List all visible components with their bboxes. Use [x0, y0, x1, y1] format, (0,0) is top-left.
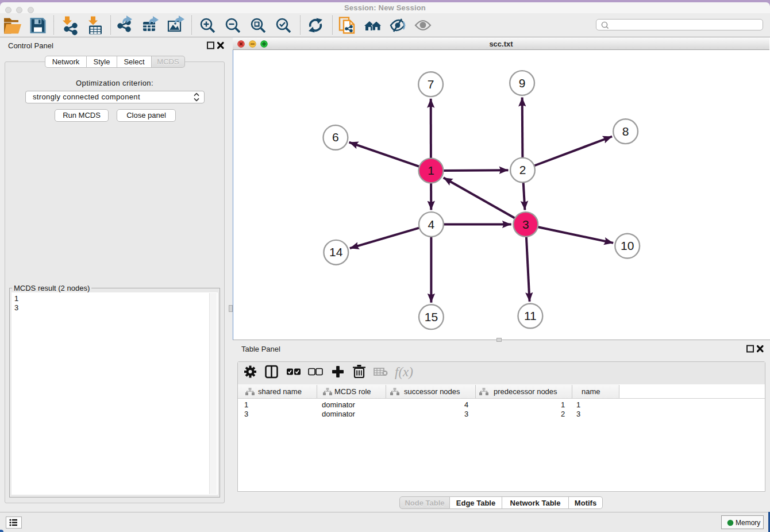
- svg-text:7: 7: [428, 78, 434, 91]
- svg-text:8: 8: [622, 125, 629, 138]
- svg-text:6: 6: [332, 130, 339, 144]
- svg-text:11: 11: [524, 309, 537, 322]
- svg-text:9: 9: [519, 76, 526, 90]
- svg-text:15: 15: [425, 310, 438, 323]
- svg-text:14: 14: [329, 245, 343, 259]
- svg-text:10: 10: [621, 239, 634, 252]
- svg-text:1: 1: [428, 164, 434, 177]
- svg-text:2: 2: [519, 163, 526, 176]
- svg-text:3: 3: [522, 218, 529, 231]
- svg-text:4: 4: [428, 218, 435, 231]
- svg-text:f(x): f(x): [395, 365, 413, 379]
